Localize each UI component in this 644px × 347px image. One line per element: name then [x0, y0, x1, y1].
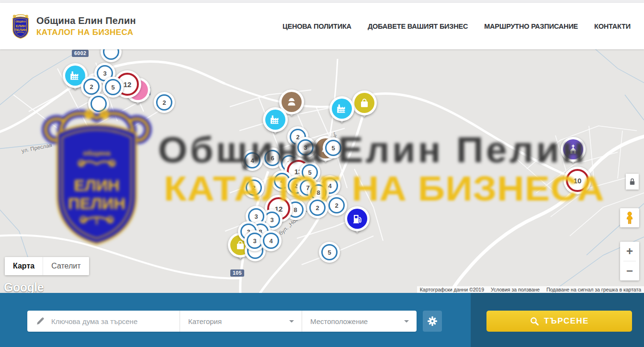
map-pin-church[interactable] — [561, 137, 586, 162]
pin-disc — [345, 206, 370, 231]
map-cluster[interactable]: 5 — [102, 77, 124, 98]
padlock-icon — [629, 178, 636, 186]
map-pin-factory[interactable] — [329, 96, 354, 121]
road-number-label: 6002 — [72, 50, 89, 57]
street-view-pegman-button[interactable] — [620, 208, 639, 227]
zoom-in-button[interactable]: + — [620, 242, 639, 261]
cluster-count: 10 — [566, 169, 589, 192]
advanced-search-button[interactable] — [423, 311, 442, 332]
map-cluster[interactable]: 2 — [154, 92, 175, 113]
map-canvas[interactable]: община ЕЛИН ПЕЛИН Община Елин Пелин КАТА… — [0, 49, 644, 293]
attribution-link[interactable]: Условия за ползване — [491, 287, 540, 292]
bag-icon — [358, 97, 371, 109]
factory-icon — [269, 113, 282, 126]
nav-item[interactable]: МАРШРУТНО РАЗПИСАНИЕ — [484, 22, 578, 30]
cluster-count: 5 — [325, 140, 341, 156]
municipality-crest-logo: ОБЩИНА ЕЛИН ПЕЛИН — [11, 13, 31, 40]
nav-item[interactable]: ЦЕНОВА ПОЛИТИКА — [282, 22, 351, 30]
cluster-count — [103, 49, 119, 60]
cluster-count — [90, 96, 107, 112]
cluster-count: 3 — [297, 139, 314, 156]
pencil-icon — [35, 317, 45, 326]
google-logo[interactable]: Google — [4, 280, 44, 293]
map-pin-bag[interactable] — [352, 90, 377, 115]
map-cluster[interactable]: 2 — [326, 195, 347, 216]
map-cluster[interactable]: 2 — [243, 177, 264, 198]
factory-icon — [69, 69, 81, 82]
map-cluster[interactable]: 3 — [295, 137, 316, 158]
road-number-label: 105 — [230, 269, 244, 277]
search-button-label: ТЪРСЕНЕ — [544, 316, 589, 326]
page: ОБЩИНА ЕЛИН ПЕЛИН Община Елин Пелин КАТА… — [0, 0, 644, 347]
search-fields: Категория Местоположение — [27, 311, 417, 332]
search-icon — [530, 316, 539, 326]
location-dropdown[interactable]: Местоположение — [302, 311, 417, 332]
attribution-link[interactable]: Подаване на сигнал за грешка в картата — [546, 287, 641, 292]
zoom-control: + − — [620, 242, 639, 280]
map-cluster[interactable]: 10 — [564, 167, 591, 194]
main-nav: ЦЕНОВА ПОЛИТИКАДОБАВЕТЕ ВАШИЯТ БИЗНЕСМАР… — [282, 22, 631, 30]
nav-item[interactable]: ДОБАВЕТЕ ВАШИЯТ БИЗНЕС — [368, 22, 468, 30]
cluster-count: 6 — [264, 150, 281, 166]
category-dropdown-label: Категория — [188, 317, 222, 325]
gear-icon — [427, 316, 438, 326]
keyword-input[interactable] — [50, 317, 167, 326]
cluster-count: 4 — [263, 233, 279, 249]
map-pin-fuel[interactable] — [345, 206, 370, 231]
svg-text:ОБЩИНА: ОБЩИНА — [15, 21, 26, 23]
cluster-count: 2 — [83, 78, 100, 95]
brand-text: Община Елин Пелин КАТАЛОГ НА БИЗНЕСА — [36, 15, 136, 37]
map-cluster[interactable]: 4 — [260, 230, 282, 251]
map-cluster[interactable] — [88, 93, 109, 114]
cluster-count: 2 — [246, 179, 262, 196]
map-type-satellite-button[interactable]: Сателит — [43, 257, 89, 275]
nav-item[interactable]: КОНТАКТИ — [594, 22, 631, 30]
header: ОБЩИНА ЕЛИН ПЕЛИН Община Елин Пелин КАТА… — [0, 3, 644, 49]
fuel-icon — [351, 213, 363, 225]
map-type-map-button[interactable]: Карта — [5, 257, 43, 275]
fullscreen-lock-button[interactable] — [626, 174, 639, 190]
attribution-text: Картографски данни ©2019 — [420, 287, 484, 292]
cluster-count: 2 — [328, 197, 345, 213]
church-icon — [567, 143, 579, 156]
cluster-count: 5 — [105, 79, 121, 95]
zoom-out-button[interactable]: − — [620, 261, 639, 280]
factory-icon — [336, 102, 348, 115]
cluster-count: 4 — [244, 152, 260, 168]
keyword-field[interactable] — [27, 311, 180, 332]
map-pin-factory[interactable] — [263, 107, 288, 132]
search-bar: Категория Местоположение — [0, 293, 644, 347]
map-cluster[interactable]: 4 — [242, 150, 263, 171]
chevron-down-icon — [289, 320, 294, 323]
site-subtitle: КАТАЛОГ НА БИЗНЕСА — [36, 28, 136, 37]
location-dropdown-label: Местоположение — [310, 317, 368, 325]
pegman-icon — [624, 211, 635, 225]
pin-disc — [263, 107, 288, 132]
cluster-count: 2 — [309, 200, 326, 216]
worker-icon — [285, 96, 298, 108]
cluster-count: 2 — [156, 94, 172, 111]
map-cluster[interactable]: 2 — [307, 197, 328, 218]
pin-disc — [352, 90, 377, 115]
map-type-control: Карта Сателит — [5, 257, 89, 275]
pin-disc — [561, 137, 586, 162]
map-cluster[interactable]: 5 — [323, 137, 344, 158]
cluster-count: 5 — [321, 244, 338, 260]
map-attribution: Картографски данни ©2019Условия за ползв… — [417, 286, 644, 293]
search-button[interactable]: ТЪРСЕНЕ — [486, 311, 632, 332]
svg-text:ПЕЛИН: ПЕЛИН — [14, 28, 26, 32]
brand[interactable]: ОБЩИНА ЕЛИН ПЕЛИН Община Елин Пелин КАТА… — [11, 13, 136, 40]
category-dropdown[interactable]: Категория — [180, 311, 302, 332]
map-cluster[interactable]: 5 — [319, 242, 340, 263]
site-title: Община Елин Пелин — [36, 15, 136, 26]
chevron-down-icon — [404, 320, 409, 323]
pin-disc — [329, 96, 354, 121]
